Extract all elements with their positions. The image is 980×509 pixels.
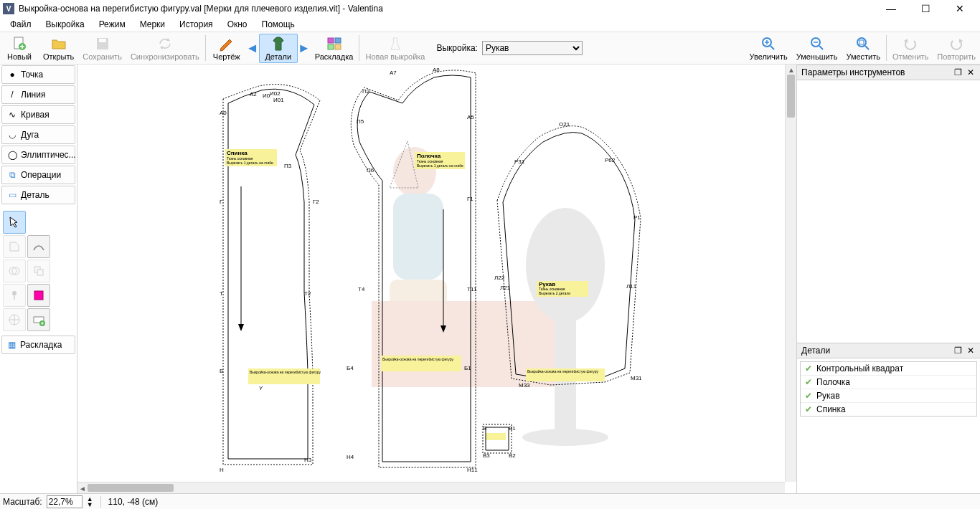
list-item[interactable]: ✔Контрольный квадрат — [801, 362, 976, 376]
new-pattern-button[interactable]: Новая выкройка — [361, 32, 429, 64]
svg-text:Вырезать 2 детали: Вырезать 2 детали — [539, 291, 570, 295]
menu-measurements[interactable]: Мерки — [133, 18, 172, 31]
pattern-dropdown[interactable]: Рукав — [482, 41, 583, 55]
spinner-icon[interactable]: ▲▼ — [87, 496, 93, 508]
svg-text:В: В — [483, 425, 486, 432]
piece-front: Полочка Ткань основная Вырезать 1 деталь… — [339, 66, 483, 482]
vertical-scrollbar[interactable]: ▲ — [785, 65, 796, 482]
maximize-button[interactable]: ☐ — [908, 0, 943, 17]
tool-pin[interactable] — [3, 284, 26, 307]
svg-text:В2: В2 — [509, 452, 516, 459]
svg-text:В1: В1 — [509, 425, 516, 432]
main-area: ●Точка /Линия ∿Кривая ◡Дуга ◯Эллиптичес.… — [0, 65, 980, 493]
tool-duplicate[interactable] — [27, 260, 50, 282]
pencil-icon — [219, 36, 235, 52]
check-icon: ✔ — [805, 377, 812, 387]
tool-cat-line[interactable]: /Линия — [1, 85, 75, 104]
svg-text:Б1: Б1 — [464, 365, 471, 371]
svg-point-16 — [12, 291, 17, 295]
panel-close-icon[interactable]: ✕ — [966, 67, 976, 77]
tool-cat-operations[interactable]: ⧉Операции — [1, 166, 75, 184]
layout-button[interactable]: ▦ Раскладка — [1, 336, 75, 354]
tool-cat-curve[interactable]: ∿Кривая — [1, 105, 75, 124]
statusbar: Масштаб: ▲▼ 110, -48 (см) — [0, 493, 980, 509]
svg-text:В3: В3 — [483, 452, 490, 459]
curve-icon: ∿ — [8, 110, 17, 119]
open-button[interactable]: Открыть — [39, 32, 78, 64]
tool-cat-point[interactable]: ●Точка — [1, 65, 75, 84]
folder-open-icon — [51, 36, 67, 52]
tool-cat-elliptic[interactable]: ◯Эллиптичес... — [1, 146, 75, 164]
tool-union[interactable] — [3, 260, 26, 282]
svg-text:Б4: Б4 — [347, 365, 354, 371]
ellipse-icon: ◯ — [8, 151, 17, 159]
layout-small-icon: ▦ — [8, 340, 16, 350]
window-title: Выкройка-основа на перегибистую фигуру.v… — [19, 4, 874, 14]
tool-cat-detail[interactable]: ▭Деталь — [1, 186, 75, 204]
check-icon: ✔ — [805, 391, 812, 401]
zoom-out-icon — [809, 36, 825, 52]
save-button[interactable]: Сохранить — [78, 32, 126, 64]
dot-icon: ● — [8, 70, 17, 79]
zoom-in-icon — [760, 36, 776, 52]
check-icon: ✔ — [805, 404, 812, 414]
undo-icon — [903, 36, 918, 52]
canvas[interactable]: Спинка Ткань основная Вырезать 1 деталь … — [77, 65, 796, 493]
panel-float-icon[interactable]: ❐ — [953, 346, 963, 356]
shirt-icon — [270, 36, 286, 52]
zoom-out-button[interactable]: Уменьшить — [792, 32, 842, 64]
svg-rect-6 — [328, 44, 334, 49]
svg-text:А7: А7 — [390, 70, 397, 76]
list-item[interactable]: ✔Полочка — [801, 376, 976, 389]
svg-rect-82 — [486, 433, 506, 440]
mode-details-button[interactable]: Детали — [259, 34, 298, 63]
svg-text:П2: П2 — [362, 88, 370, 95]
tool-pointer[interactable] — [3, 211, 26, 234]
scale-input[interactable] — [47, 495, 83, 508]
tool-piece-path[interactable] — [27, 235, 50, 258]
svg-text:Н4: Н4 — [347, 454, 354, 460]
arc-icon: ◡ — [8, 130, 17, 139]
menu-window[interactable]: Окно — [220, 18, 255, 31]
svg-text:Вырезать 1 деталь на сгибе: Вырезать 1 деталь на сгибе — [417, 163, 463, 168]
svg-text:Р1: Р1 — [633, 214, 641, 221]
undo-button[interactable]: Отменить — [888, 32, 933, 64]
panel-float-icon[interactable]: ❐ — [953, 67, 963, 77]
svg-text:Р62: Р62 — [605, 157, 616, 163]
menu-pattern[interactable]: Выкройка — [39, 18, 92, 31]
sync-button[interactable]: Синхронизировать — [126, 32, 204, 64]
minimize-button[interactable]: — — [874, 0, 908, 17]
tool-cat-arc[interactable]: ◡Дуга — [1, 125, 75, 144]
save-icon — [95, 36, 110, 52]
menu-help[interactable]: Помощь — [255, 18, 302, 31]
tool-insert-node[interactable] — [27, 284, 50, 307]
list-item[interactable]: ✔Рукав — [801, 389, 976, 403]
list-item[interactable]: ✔Спинка — [801, 403, 976, 416]
svg-point-10 — [857, 38, 866, 47]
tool-piece[interactable] — [3, 235, 26, 258]
svg-text:Т: Т — [220, 290, 223, 297]
tool-true-darts[interactable] — [3, 308, 26, 331]
menubar: Файл Выкройка Режим Мерки История Окно П… — [0, 17, 980, 32]
zoom-fit-button[interactable]: Уместить — [842, 32, 885, 64]
svg-text:П3: П3 — [284, 163, 292, 169]
mode-draw-button[interactable]: Чертёж — [207, 34, 246, 62]
tool-place-label[interactable] — [27, 308, 50, 331]
svg-text:А8: А8 — [433, 67, 440, 73]
redo-button[interactable]: Повторить — [933, 32, 980, 64]
scale-label: Масштаб: — [3, 497, 42, 507]
panel-close-icon[interactable]: ✕ — [966, 346, 976, 356]
zoom-in-button[interactable]: Увеличить — [745, 32, 792, 64]
new-button[interactable]: Новый — [0, 32, 39, 64]
mode-layout-button[interactable]: Раскладка — [311, 34, 358, 62]
svg-text:П5: П5 — [357, 118, 364, 125]
details-list: ✔Контрольный квадрат ✔Полочка ✔Рукав ✔Сп… — [800, 361, 977, 417]
svg-text:А5: А5 — [467, 114, 474, 120]
tool-sidebar: ●Точка /Линия ∿Кривая ◡Дуга ◯Эллиптичес.… — [0, 65, 77, 493]
menu-file[interactable]: Файл — [3, 18, 39, 31]
menu-mode[interactable]: Режим — [92, 18, 133, 31]
horizontal-scrollbar[interactable]: ◄ — [77, 482, 785, 493]
menu-history[interactable]: История — [172, 18, 220, 31]
close-button[interactable]: ✕ — [943, 0, 977, 17]
piece-square: В В1 В3 В2 — [481, 423, 524, 459]
